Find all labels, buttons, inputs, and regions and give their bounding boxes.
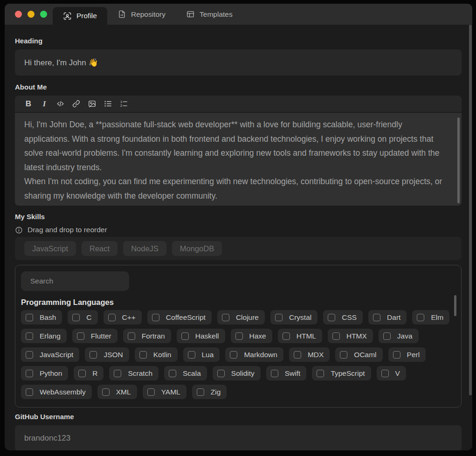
- checkbox[interactable]: [381, 370, 389, 377]
- panel-scrollbar[interactable]: [454, 295, 456, 316]
- language-option-perl[interactable]: Perl: [388, 347, 426, 362]
- checkbox[interactable]: [332, 332, 340, 340]
- skill-chip-mongodb[interactable]: MongoDB: [172, 241, 222, 256]
- checkbox[interactable]: [108, 314, 116, 321]
- numbered-list-icon[interactable]: 12: [117, 97, 131, 111]
- checkbox[interactable]: [188, 351, 195, 359]
- skill-chip-javascript[interactable]: JavaScript: [24, 241, 76, 256]
- bold-icon[interactable]: B: [21, 97, 35, 111]
- language-label: Swift: [285, 369, 301, 378]
- checkbox[interactable]: [283, 332, 290, 340]
- tab-templates[interactable]: Templates: [176, 4, 243, 25]
- language-option-elm[interactable]: Elm: [412, 310, 449, 325]
- traffic-lights: [5, 4, 53, 25]
- checkbox[interactable]: [275, 314, 283, 321]
- language-option-dart[interactable]: Dart: [368, 310, 407, 325]
- checkbox[interactable]: [222, 314, 229, 321]
- checkbox[interactable]: [26, 351, 33, 359]
- checkbox[interactable]: [72, 314, 80, 321]
- language-option-c[interactable]: C: [68, 310, 97, 325]
- checkbox[interactable]: [102, 388, 110, 396]
- checkbox[interactable]: [217, 370, 225, 377]
- checkbox[interactable]: [235, 332, 243, 340]
- checkbox[interactable]: [26, 370, 33, 377]
- about-me-textarea[interactable]: Hi, I'm John Doe, a **passionate full-st…: [15, 113, 462, 206]
- checkbox[interactable]: [147, 388, 155, 396]
- zoom-button[interactable]: [40, 11, 47, 18]
- tab-repository[interactable]: Repository: [107, 4, 176, 25]
- checkbox[interactable]: [181, 332, 189, 340]
- checkbox[interactable]: [271, 370, 278, 377]
- language-option-htmx[interactable]: HTMX: [328, 329, 373, 343]
- checkbox[interactable]: [197, 388, 204, 396]
- checkbox[interactable]: [169, 370, 176, 377]
- language-option-v[interactable]: V: [377, 366, 406, 380]
- code-icon[interactable]: [53, 97, 67, 111]
- language-option-crystal[interactable]: Crystal: [270, 310, 317, 325]
- language-option-swift[interactable]: Swift: [266, 366, 307, 380]
- language-option-markdown[interactable]: Markdown: [225, 347, 283, 362]
- language-option-scala[interactable]: Scala: [164, 366, 207, 380]
- search-input[interactable]: [21, 271, 129, 291]
- checkbox[interactable]: [114, 370, 121, 377]
- checkbox[interactable]: [90, 351, 97, 359]
- language-option-mdx[interactable]: MDX: [289, 347, 330, 362]
- language-option-xml[interactable]: XML: [97, 385, 137, 399]
- checkbox[interactable]: [78, 370, 86, 377]
- language-option-webassembly[interactable]: WebAssembly: [21, 385, 92, 399]
- language-option-javascript[interactable]: JavaScript: [21, 347, 79, 362]
- language-option-solidity[interactable]: Solidity: [213, 366, 261, 380]
- language-option-clojure[interactable]: Clojure: [217, 310, 265, 325]
- tab-profile[interactable]: Profile: [53, 7, 107, 25]
- skill-chip-nodejs[interactable]: NodeJS: [123, 241, 166, 256]
- checkbox[interactable]: [26, 388, 33, 396]
- language-option-zig[interactable]: Zig: [192, 385, 227, 399]
- language-option-lua[interactable]: Lua: [183, 347, 220, 362]
- language-option-kotlin[interactable]: Kotlin: [135, 347, 178, 362]
- language-option-typescript[interactable]: TypeScript: [312, 366, 371, 380]
- checkbox[interactable]: [383, 332, 391, 340]
- language-option-haskell[interactable]: Haskell: [177, 329, 225, 343]
- language-option-html[interactable]: HTML: [278, 329, 322, 343]
- image-icon[interactable]: [85, 97, 99, 111]
- checkbox[interactable]: [139, 351, 147, 359]
- language-option-fortran[interactable]: Fortran: [123, 329, 171, 343]
- checkbox[interactable]: [393, 351, 400, 359]
- language-option-yaml[interactable]: YAML: [143, 385, 186, 399]
- italic-icon[interactable]: I: [37, 97, 51, 111]
- language-option-coffeescript[interactable]: CoffeeScript: [147, 310, 212, 325]
- checkbox[interactable]: [417, 314, 424, 321]
- checkbox[interactable]: [328, 314, 335, 321]
- language-option-haxe[interactable]: Haxe: [231, 329, 272, 343]
- language-option-ocaml[interactable]: OCaml: [335, 347, 382, 362]
- checkbox[interactable]: [26, 314, 33, 321]
- language-option-erlang[interactable]: Erlang: [21, 329, 67, 343]
- checkbox[interactable]: [317, 370, 324, 377]
- checkbox[interactable]: [77, 332, 84, 340]
- window-scrollbar[interactable]: [469, 25, 472, 395]
- checkbox[interactable]: [230, 351, 237, 359]
- checkbox[interactable]: [128, 332, 135, 340]
- link-icon[interactable]: [69, 97, 83, 111]
- language-option-bash[interactable]: Bash: [21, 310, 62, 325]
- skill-chip-react[interactable]: React: [82, 241, 117, 256]
- checkbox[interactable]: [152, 314, 159, 321]
- language-option-python[interactable]: Python: [21, 366, 68, 380]
- language-option-flutter[interactable]: Flutter: [72, 329, 117, 343]
- github-username-input[interactable]: [15, 425, 462, 450]
- close-button[interactable]: [15, 11, 22, 18]
- checkbox[interactable]: [340, 351, 347, 359]
- editor-scrollbar[interactable]: [457, 117, 460, 203]
- language-option-scratch[interactable]: Scratch: [109, 366, 159, 380]
- checkbox[interactable]: [26, 332, 33, 340]
- heading-input[interactable]: [15, 49, 462, 76]
- minimize-button[interactable]: [28, 11, 34, 18]
- language-option-json[interactable]: JSON: [85, 347, 129, 362]
- language-option-java[interactable]: Java: [379, 329, 419, 343]
- language-option-c++[interactable]: C++: [103, 310, 142, 325]
- checkbox[interactable]: [373, 314, 380, 321]
- language-option-r[interactable]: R: [74, 366, 103, 380]
- checkbox[interactable]: [294, 351, 301, 359]
- language-option-css[interactable]: CSS: [323, 310, 363, 325]
- bullet-list-icon[interactable]: [101, 97, 115, 111]
